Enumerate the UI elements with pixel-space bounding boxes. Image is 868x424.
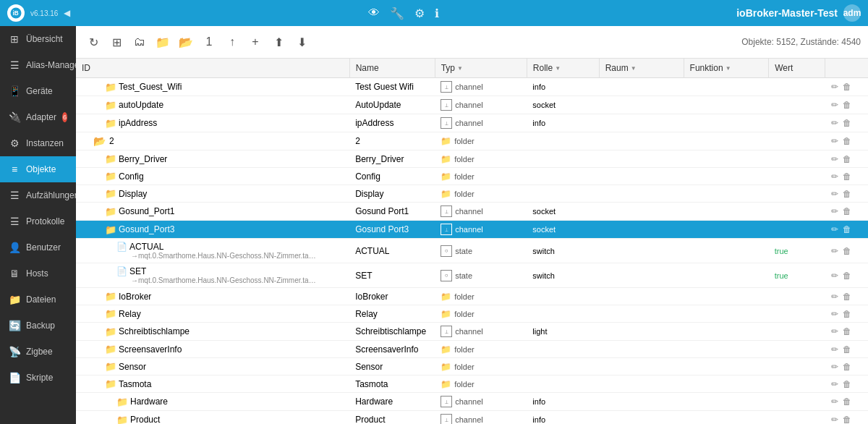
sidebar-item-objekte[interactable]: ≡ Objekte — [0, 156, 76, 182]
table-row[interactable]: 📁TasmotaTasmota📁 folder✏🗑 — [76, 376, 868, 393]
edit-button[interactable]: ✏ — [831, 379, 838, 389]
refresh-button[interactable]: ↻ — [83, 32, 103, 52]
sidebar-item-gerate[interactable]: 📱 Geräte — [0, 78, 76, 104]
edit-button[interactable]: ✏ — [831, 292, 838, 302]
col-header-typ[interactable]: Typ — [435, 59, 527, 78]
delete-button[interactable]: 🗑 — [843, 397, 851, 407]
folder-icon: 📁 — [105, 171, 116, 182]
sidebar-item-dateien[interactable]: 📁 Dateien — [0, 287, 76, 313]
delete-button[interactable]: 🗑 — [843, 224, 851, 234]
delete-button[interactable]: 🗑 — [843, 344, 851, 355]
edit-button[interactable]: ✏ — [831, 309, 838, 319]
col-header-raum[interactable]: Raum — [599, 59, 684, 78]
user-avatar[interactable]: adm — [843, 4, 861, 22]
edit-button[interactable]: ✏ — [831, 344, 838, 355]
table-row[interactable]: 📁autoUpdateAutoUpdate⟂ channelsocket✏🗑 — [76, 96, 868, 114]
delete-button[interactable]: 🗑 — [843, 206, 851, 216]
sidebar-item-aufzahlungen[interactable]: ☰ Aufzählungen — [0, 182, 76, 208]
edit-button[interactable]: ✏ — [831, 206, 838, 216]
sidebar-item-backup[interactable]: 🔄 Backup — [0, 313, 76, 339]
edit-button[interactable]: ✏ — [831, 171, 838, 182]
actions-cell: ✏🗑 — [825, 411, 868, 425]
folder-button[interactable]: 🗂 — [129, 32, 150, 52]
table-row[interactable]: 📁IoBrokerIoBroker📁 folder✏🗑 — [76, 288, 868, 305]
sidebar-item-instanzen[interactable]: ⚙ Instanzen — [0, 130, 76, 156]
table-row[interactable]: 📁Berry_DriverBerry_Driver📁 folder✏🗑 — [76, 150, 868, 168]
collapse-icon[interactable]: ◀ — [64, 8, 70, 18]
delete-button[interactable]: 🗑 — [843, 415, 851, 424]
sidebar-item-adapter[interactable]: 🔌 Adapter 6 — [0, 104, 76, 130]
table-row[interactable]: 📁ScreensaverInfoScreensaverInfo📁 folder✏… — [76, 341, 868, 358]
edit-button[interactable]: ✏ — [831, 326, 838, 336]
expand-button[interactable]: 📂 — [93, 135, 106, 147]
table-row[interactable]: 📁RelayRelay📁 folder✏🗑 — [76, 305, 868, 323]
export-button[interactable]: ⬇ — [292, 32, 312, 52]
edit-button[interactable]: ✏ — [831, 271, 838, 281]
delete-button[interactable]: 🗑 — [843, 309, 851, 319]
edit-button[interactable]: ✏ — [831, 136, 838, 146]
table-row[interactable]: 📁SensorSensor📁 folder✏🗑 — [76, 358, 868, 376]
table-row[interactable]: 📁ConfigConfig📁 folder✏🗑 — [76, 168, 868, 185]
edit-button[interactable]: ✏ — [831, 362, 838, 372]
number-button[interactable]: 1 — [199, 32, 219, 52]
edit-button[interactable]: ✏ — [831, 118, 838, 128]
adapter-icon: 🔌 — [9, 111, 20, 123]
wrench-icon[interactable]: 🔧 — [390, 7, 404, 20]
table-row[interactable]: 📁Gosund_Port1Gosund Port1⟂ channelsocket… — [76, 203, 868, 221]
sidebar-item-hosts[interactable]: 🖥 Hosts — [0, 260, 76, 287]
type-icon: ⟂ — [441, 99, 452, 111]
delete-button[interactable]: 🗑 — [843, 292, 851, 302]
table-row[interactable]: 📁HardwareHardware⟂ channelinfo✏🗑 — [76, 393, 868, 411]
remove-button[interactable]: ⬆ — [268, 32, 289, 52]
eye-icon[interactable]: 👁 — [368, 7, 380, 20]
gear-icon[interactable]: ⚙ — [414, 7, 425, 20]
table-row[interactable]: 📄ACTUAL→mqt.0.Smarthome.Haus.NN-Geschoss… — [76, 239, 868, 263]
sidebar-item-alias-manager[interactable]: ☰ Alias-Manager — [0, 52, 76, 78]
edit-button[interactable]: ✏ — [831, 154, 838, 164]
delete-button[interactable]: 🗑 — [843, 326, 851, 336]
table-row[interactable]: 📁ipAddressipAddress⟂ channelinfo✏🗑 — [76, 114, 868, 132]
role-cell: socket — [527, 203, 599, 221]
actions-cell: ✏🗑 — [825, 78, 868, 96]
folder3-button[interactable]: 📂 — [176, 32, 196, 52]
sidebar-item-benutzer[interactable]: 👤 Benutzer — [0, 234, 76, 260]
sidebar-item-zigbee[interactable]: 📡 Zigbee — [0, 339, 76, 365]
table-view-button[interactable]: ⊞ — [106, 32, 127, 52]
table-row[interactable]: 📁Test_Guest_WifiTest Guest Wifi⟂ channel… — [76, 78, 868, 96]
table-row[interactable]: 📄SET→mqt.0.Smarthome.Haus.NN-Geschoss.NN… — [76, 263, 868, 288]
edit-button[interactable]: ✏ — [831, 82, 838, 92]
sidebar-item-skripte[interactable]: 📄 Skripte — [0, 365, 76, 391]
col-header-rolle[interactable]: Rolle — [527, 59, 599, 78]
delete-button[interactable]: 🗑 — [843, 82, 851, 92]
room-cell — [599, 221, 684, 239]
delete-button[interactable]: 🗑 — [843, 246, 851, 256]
delete-button[interactable]: 🗑 — [843, 136, 851, 146]
table-row[interactable]: 📁DisplayDisplay📁 folder✏🗑 — [76, 185, 868, 203]
delete-button[interactable]: 🗑 — [843, 362, 851, 372]
filter-up-button[interactable]: ↑ — [222, 32, 242, 52]
sidebar-item-ubersicht[interactable]: ⊞ Übersicht — [0, 26, 76, 52]
sidebar-item-protokolle[interactable]: ☰ Protokolle — [0, 208, 76, 234]
col-header-funktion[interactable]: Funktion — [684, 59, 769, 78]
table-row[interactable]: 📁Gosund_Port3Gosund Port3⟂ channelsocket… — [76, 221, 868, 239]
edit-button[interactable]: ✏ — [831, 100, 838, 110]
delete-button[interactable]: 🗑 — [843, 379, 851, 389]
delete-button[interactable]: 🗑 — [843, 271, 851, 281]
table-row[interactable]: 📁ProductProduct⟂ channelinfo✏🗑 — [76, 411, 868, 425]
edit-button[interactable]: ✏ — [831, 246, 838, 256]
function-cell — [684, 376, 769, 393]
folder2-button[interactable]: 📁 — [153, 32, 173, 52]
edit-button[interactable]: ✏ — [831, 224, 838, 234]
edit-button[interactable]: ✏ — [831, 189, 838, 199]
add-button[interactable]: + — [245, 32, 265, 52]
delete-button[interactable]: 🗑 — [843, 100, 851, 110]
info-icon[interactable]: ℹ — [435, 7, 439, 20]
table-row[interactable]: 📁SchreibtischlampeSchreibtischlampe⟂ cha… — [76, 323, 868, 341]
edit-button[interactable]: ✏ — [831, 415, 838, 424]
edit-button[interactable]: ✏ — [831, 397, 838, 407]
delete-button[interactable]: 🗑 — [843, 118, 851, 128]
table-row[interactable]: 📂22📁 folder✏🗑 — [76, 132, 868, 150]
delete-button[interactable]: 🗑 — [843, 189, 851, 199]
delete-button[interactable]: 🗑 — [843, 154, 851, 164]
delete-button[interactable]: 🗑 — [843, 171, 851, 182]
